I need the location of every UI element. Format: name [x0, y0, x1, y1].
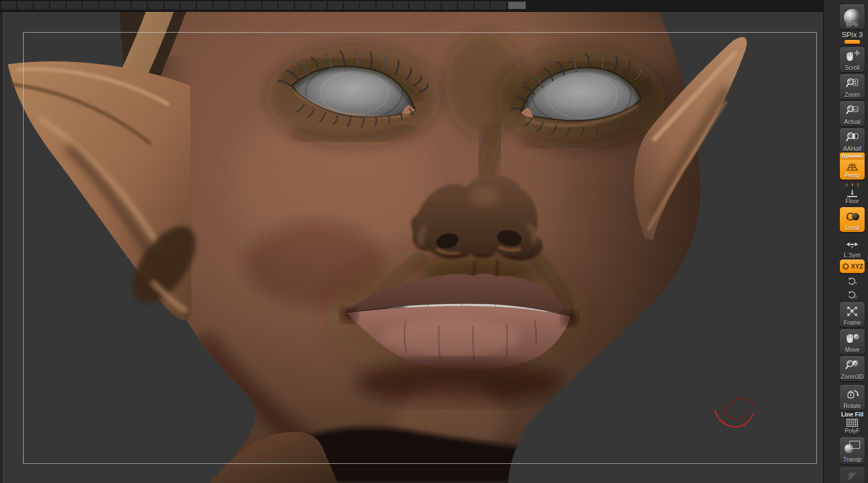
- zoom3d-label: Zoom3D: [841, 374, 863, 380]
- dynamic-toggle[interactable]: Dynamic: [840, 153, 865, 160]
- floor-button[interactable]: Floor: [840, 188, 865, 205]
- ghost-icon: [845, 471, 859, 482]
- move-button[interactable]: Move: [840, 329, 865, 354]
- aahalf-label: AAHalf: [843, 146, 862, 152]
- local-pivot-icon: [844, 210, 860, 222]
- actual-icon-text: x1: [853, 108, 857, 111]
- top-tray-bar: [0, 0, 868, 12]
- magnifier-actual-icon: x1: [845, 104, 859, 116]
- floor-axis-toggles: X Y Z: [840, 182, 865, 187]
- transparency-icon: [844, 441, 860, 453]
- spix-label: SPix 3: [840, 30, 865, 39]
- move-hand-icon: [845, 332, 860, 344]
- rotate-xyz-button[interactable]: XYZ: [840, 260, 865, 273]
- rotate-xyz-icon: [842, 262, 850, 271]
- aahalf-button[interactable]: AAHalf: [840, 128, 865, 153]
- scroll-label: Scroll: [845, 65, 860, 71]
- tray-active-handle[interactable]: [508, 2, 526, 9]
- frame-button[interactable]: Frame: [840, 302, 865, 327]
- floor-axis-y[interactable]: Y: [851, 182, 854, 187]
- zoom-label: Zoom: [845, 92, 860, 98]
- rotate-z-button[interactable]: Z: [846, 288, 858, 301]
- hand-scroll-icon: [845, 50, 860, 62]
- lsym-button[interactable]: L.Sym: [840, 239, 865, 260]
- rotate-y-icon: Y: [847, 275, 858, 287]
- brush-cursor: [715, 399, 754, 427]
- floor-axis-z[interactable]: Z: [857, 182, 860, 187]
- left-ear: [8, 61, 208, 320]
- zoom3d-button[interactable]: Zoom3D: [840, 356, 865, 381]
- left-tray-divider: [0, 11, 3, 483]
- local-symmetry-icon: [845, 242, 859, 250]
- spix-slider[interactable]: [844, 40, 860, 44]
- scroll-button[interactable]: Scroll: [840, 47, 865, 72]
- xyz-label: XYZ: [851, 263, 863, 270]
- local-label: Local: [845, 225, 859, 231]
- polyf-label: PolyF: [845, 428, 860, 434]
- rotate-y-axis-letter: Y: [855, 281, 858, 285]
- frame-label: Frame: [844, 320, 861, 326]
- perspective-grid-icon: [845, 162, 860, 171]
- sculpt-render: [0, 0, 823, 483]
- persp-button[interactable]: Persp: [840, 156, 865, 180]
- right-shelf: BPR SPix 3 Scroll: [823, 0, 868, 483]
- bpr-button[interactable]: BPR: [840, 5, 865, 29]
- move-label: Move: [845, 347, 860, 353]
- floor-icon: [845, 189, 859, 198]
- magnifier-aahalf-icon: [845, 131, 859, 143]
- frame-icon: [845, 305, 859, 317]
- lsym-label: L.Sym: [844, 252, 861, 258]
- rotate-z-axis-letter: Z: [855, 295, 858, 299]
- rotate-z-icon: Z: [847, 289, 858, 300]
- transp-label: Transp: [843, 457, 861, 463]
- magnifier-zoom-icon: [845, 77, 859, 89]
- rotate-lock-icon: [845, 388, 860, 400]
- tray-segment-strip: [1, 2, 508, 10]
- rotate-y-button[interactable]: Y: [846, 275, 858, 287]
- polyframe-grid-icon: [845, 418, 859, 428]
- actual-button[interactable]: x1 Actual: [840, 101, 865, 126]
- zoom3d-icon: [845, 359, 860, 371]
- viewport-canvas[interactable]: [0, 0, 823, 483]
- persp-label: Persp: [844, 172, 860, 178]
- polyf-button[interactable]: PolyF: [840, 418, 865, 435]
- bpr-label: BPR: [846, 22, 858, 28]
- ghost-button[interactable]: Ghost: [840, 467, 865, 483]
- line-fill-label: Line Fill: [840, 411, 865, 418]
- rotate-label: Rotate: [844, 403, 861, 409]
- sculpt-head: [8, 0, 823, 483]
- rotate-button[interactable]: Rotate: [840, 385, 865, 410]
- local-button[interactable]: Local: [840, 207, 865, 232]
- zbrush-window: { "shelf": { "bpr_label": "BPR", "spix_l…: [0, 0, 868, 483]
- transp-button[interactable]: Transp: [840, 437, 865, 464]
- floor-label: Floor: [845, 198, 859, 204]
- floor-axis-x[interactable]: X: [845, 182, 848, 187]
- zoom-button[interactable]: Zoom: [840, 74, 865, 99]
- actual-label: Actual: [844, 119, 860, 125]
